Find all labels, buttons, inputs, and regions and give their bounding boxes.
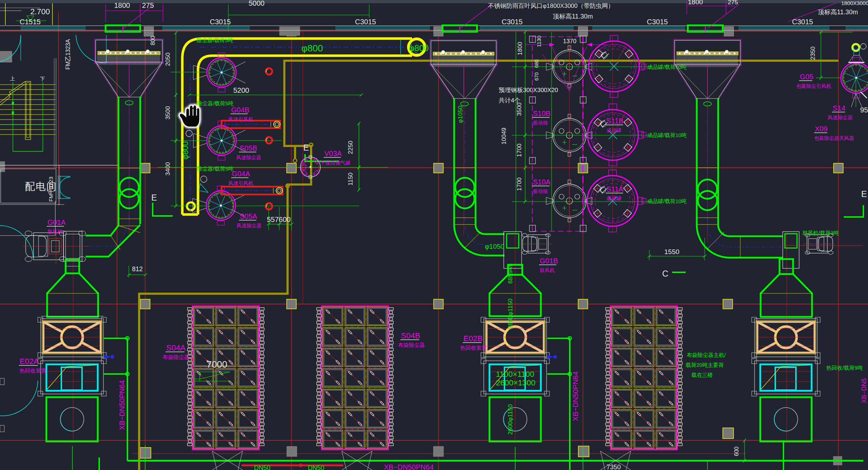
svg-text:C: C	[662, 269, 668, 278]
svg-text:S11B: S11B	[606, 117, 623, 125]
svg-text:3500: 3500	[164, 106, 171, 120]
svg-text:557600: 557600	[267, 216, 291, 223]
svg-text:鼓风机: 鼓风机	[47, 229, 62, 234]
svg-text:C3015: C3015	[210, 18, 231, 26]
svg-text:热回收装置: 热回收装置	[19, 368, 46, 374]
svg-text:2600φ1150: 2600φ1150	[507, 299, 514, 329]
svg-text:C3015: C3015	[647, 18, 668, 26]
svg-text:G04A: G04A	[232, 170, 250, 178]
svg-text:C3015: C3015	[502, 18, 523, 26]
svg-text:载荷20吨主要荷: 载荷20吨主要荷	[686, 362, 724, 368]
svg-text:热回收/载荷9吨: 热回收/载荷9吨	[826, 365, 863, 371]
svg-text:风送引风机: 风送引风机	[228, 180, 253, 186]
svg-text:1700: 1700	[516, 177, 523, 191]
svg-text:顶标高11.30m: 顶标高11.30m	[818, 9, 858, 16]
svg-text:风送除尘器: 风送除尘器	[236, 155, 261, 160]
svg-text:1150: 1150	[347, 172, 354, 186]
svg-text:布袋除尘器主机/: 布袋除尘器主机/	[687, 352, 726, 358]
svg-text:XB−DN5: XB−DN5	[861, 378, 868, 403]
svg-text:热回收装置: 热回收装置	[460, 345, 487, 351]
svg-text:XB−DN50PN64: XB−DN50PN64	[118, 380, 126, 430]
svg-text:成品罐/载荷10吨: 成品罐/载荷10吨	[647, 64, 687, 70]
svg-text:E02A: E02A	[20, 357, 39, 366]
svg-text:振动筛: 振动筛	[533, 120, 548, 126]
svg-text:10049: 10049	[501, 128, 507, 145]
svg-text:1130: 1130	[536, 36, 542, 47]
svg-text:800: 800	[150, 36, 156, 45]
svg-text:除尘器/载荷5吨: 除尘器/载荷5吨	[197, 166, 234, 172]
svg-text:S11A: S11A	[606, 185, 624, 193]
svg-text:DN50: DN50	[308, 464, 324, 470]
svg-text:布袋除尘器: 布袋除尘器	[163, 354, 189, 360]
svg-text:C3015: C3015	[792, 18, 813, 26]
svg-text:1800X3000（带: 1800X3000（带	[841, 0, 868, 6]
svg-text:2.700: 2.700	[30, 7, 50, 16]
svg-text:7000: 7000	[207, 359, 227, 370]
svg-text:成品罐/载荷10吨: 成品罐/载荷10吨	[647, 198, 687, 204]
svg-text:G05: G05	[800, 73, 813, 81]
svg-text:7350: 7350	[606, 464, 621, 470]
svg-text:2250: 2250	[347, 141, 354, 154]
svg-text:3400: 3400	[164, 162, 171, 176]
svg-text:风送除尘器: 风送除尘器	[828, 115, 853, 120]
svg-text:S04A: S04A	[166, 343, 186, 352]
svg-text:E: E	[861, 189, 867, 199]
svg-text:S10B: S10B	[533, 110, 550, 117]
svg-text:成品罐/载荷10吨: 成品罐/载荷10吨	[647, 132, 687, 138]
svg-text:C3015: C3015	[355, 18, 376, 26]
svg-text:C1515: C1515	[20, 18, 41, 26]
svg-text:FM甲1223: FM甲1223	[48, 177, 54, 202]
svg-text:5200: 5200	[233, 86, 249, 94]
svg-text:G01A: G01A	[47, 218, 66, 226]
svg-text:包装除尘引风机: 包装除尘引风机	[796, 83, 831, 89]
svg-text:2600φ1150: 2600φ1150	[507, 404, 514, 435]
svg-text:G01B: G01B	[540, 257, 558, 265]
svg-text:3500: 3500	[516, 102, 523, 116]
svg-text:FM乙1323A: FM乙1323A	[65, 39, 71, 70]
svg-text:包装除尘器关风器: 包装除尘器关风器	[814, 135, 854, 141]
svg-text:除尘器/载荷5吨: 除尘器/载荷5吨	[197, 37, 233, 43]
svg-text:鼓风机: 鼓风机	[540, 267, 555, 273]
svg-text:S05A: S05A	[240, 212, 258, 220]
svg-text:DN50: DN50	[254, 464, 270, 470]
svg-text:风送引风机: 风送引风机	[228, 116, 253, 122]
svg-text:275: 275	[728, 0, 738, 6]
svg-text:φ800: φ800	[181, 141, 190, 160]
svg-text:812: 812	[132, 266, 143, 273]
svg-text:1700: 1700	[516, 143, 523, 157]
svg-text:1550: 1550	[664, 248, 679, 256]
svg-text:2600×1300: 2600×1300	[496, 378, 535, 387]
svg-text:φ1050: φ1050	[485, 243, 504, 250]
svg-text:1800: 1800	[688, 0, 703, 6]
svg-text:G04B: G04B	[231, 106, 249, 114]
svg-text:S05B: S05B	[240, 144, 257, 152]
svg-text:685945: 685945	[507, 263, 514, 284]
svg-text:S10A: S10A	[533, 178, 551, 186]
svg-text:X09: X09	[815, 125, 828, 133]
svg-text:干燥用储气罐: 干燥用储气罐	[320, 160, 350, 166]
svg-text:1100×1100: 1100×1100	[496, 370, 534, 379]
svg-text:成品罐: 成品罐	[606, 196, 621, 201]
svg-text:V03A: V03A	[324, 150, 342, 157]
svg-text:下: 下	[40, 76, 45, 82]
svg-text:XB−DN50PN64: XB−DN50PN64	[384, 463, 434, 470]
svg-text:95: 95	[860, 106, 868, 114]
svg-text:φ800: φ800	[409, 43, 429, 53]
svg-text:E: E	[151, 193, 157, 202]
svg-text:预埋钢板300X300X20: 预埋钢板300X300X20	[499, 87, 558, 94]
svg-text:2050: 2050	[164, 52, 171, 66]
svg-text:S14: S14	[833, 104, 846, 112]
svg-text:不锈钢防雨百叶风口φ1800X3000（带防虫网）: 不锈钢防雨百叶风口φ1800X3000（带防虫网）	[488, 2, 614, 9]
svg-text:φ1050: φ1050	[457, 106, 464, 123]
svg-text:XB−DN50PN64: XB−DN50PN64	[572, 371, 579, 421]
svg-text:除尘器/载荷5吨: 除尘器/载荷5吨	[197, 100, 234, 106]
svg-text:600: 600	[734, 446, 740, 456]
svg-text:共计4个: 共计4个	[499, 97, 520, 104]
svg-text:1800: 1800	[517, 42, 523, 55]
svg-text:1370: 1370	[563, 38, 577, 45]
svg-text:鼓风机/载荷3吨: 鼓风机/载荷3吨	[802, 230, 839, 236]
svg-text:E02B: E02B	[463, 334, 483, 343]
svg-text:E: E	[303, 143, 309, 152]
svg-text:S04B: S04B	[401, 331, 420, 340]
svg-text:2350: 2350	[809, 46, 816, 60]
